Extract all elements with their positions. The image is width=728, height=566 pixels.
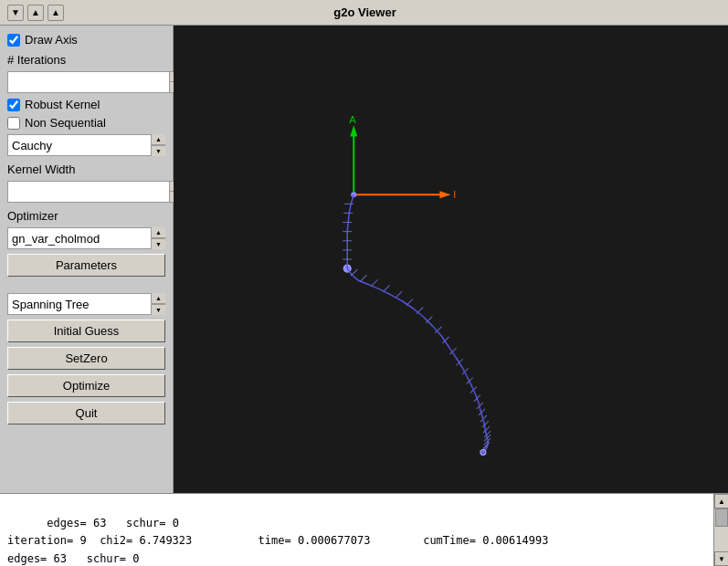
svg-point-51 <box>480 449 486 455</box>
draw-axis-row: Draw Axis <box>7 33 165 47</box>
optimize-button[interactable]: Optimize <box>7 374 165 397</box>
title-bar: ▼ ▲ ▲ g2o Viewer <box>0 0 728 26</box>
optimizer-up[interactable]: ▲ <box>152 227 165 238</box>
status-bar: edges= 63 schur= 0 iteration= 9 chi2= 6.… <box>0 493 728 566</box>
spanning-tree-up[interactable]: ▲ <box>152 293 165 304</box>
cauchy-up[interactable]: ▲ <box>152 134 165 145</box>
kernel-width-input[interactable]: 1.0 <box>7 181 169 203</box>
status-text: edges= 63 schur= 0 iteration= 9 chi2= 6.… <box>0 494 713 566</box>
robust-kernel-label: Robust Kernel <box>25 98 100 111</box>
draw-axis-label: Draw Axis <box>25 33 78 47</box>
title-btn-2[interactable]: ▲ <box>27 5 44 21</box>
svg-line-20 <box>406 299 413 306</box>
setzero-button[interactable]: SetZero <box>7 347 165 370</box>
svg-line-41 <box>352 275 357 280</box>
cauchy-arrows[interactable]: ▲ ▼ <box>151 134 165 156</box>
status-line1: edges= 63 schur= 0 <box>47 517 179 529</box>
title-bar-controls[interactable]: ▼ ▲ ▲ <box>7 5 64 21</box>
sidebar: Draw Axis # Iterations 10 ▲ ▼ Robust Ker… <box>0 26 174 493</box>
draw-axis-checkbox[interactable] <box>7 34 20 47</box>
robust-kernel-checkbox[interactable] <box>7 99 20 111</box>
trajectory <box>343 194 491 455</box>
optimizer-down[interactable]: ▼ <box>152 238 165 249</box>
spanning-tree-arrows[interactable]: ▲ ▼ <box>151 293 165 315</box>
iterations-input[interactable]: 10 <box>7 71 169 93</box>
iterations-label: # Iterations <box>7 53 165 67</box>
optimizer-label: Optimizer <box>7 209 165 223</box>
iterations-spinner[interactable]: 10 ▲ ▼ <box>7 71 165 93</box>
spanning-tree-select[interactable]: Spanning Tree <box>7 293 165 315</box>
non-sequential-row: Non Sequential <box>7 116 165 130</box>
svg-line-45 <box>432 326 441 336</box>
status-scrollbar[interactable]: ▲ ▼ <box>713 494 728 566</box>
canvas-area: A l <box>174 26 728 493</box>
cauchy-down[interactable]: ▼ <box>152 145 165 156</box>
kernel-width-spinner[interactable]: 1.0 ▲ ▼ <box>7 181 165 203</box>
scroll-track <box>714 508 728 551</box>
cauchy-select[interactable]: Cauchy Huber DCS Fair <box>7 134 165 156</box>
svg-marker-4 <box>439 191 450 198</box>
optimizer-select-wrapper[interactable]: gn_var_cholmod gn_var lm_var lm_var_chol… <box>7 227 165 249</box>
separator-1 <box>7 281 165 288</box>
optimizer-select[interactable]: gn_var_cholmod gn_var lm_var lm_var_chol… <box>7 227 165 249</box>
kernel-width-label: Kernel Width <box>7 162 165 176</box>
spanning-tree-down[interactable]: ▼ <box>152 304 165 315</box>
quit-button[interactable]: Quit <box>7 402 165 424</box>
scroll-thumb[interactable] <box>715 508 728 527</box>
initial-guess-button[interactable]: Initial Guess <box>7 320 165 342</box>
svg-line-42 <box>367 284 378 288</box>
non-sequential-checkbox[interactable] <box>7 117 20 130</box>
title-btn-3[interactable]: ▲ <box>47 5 64 21</box>
robust-kernel-row: Robust Kernel <box>7 98 165 111</box>
content-area: Draw Axis # Iterations 10 ▲ ▼ Robust Ker… <box>0 26 728 493</box>
spanning-tree-select-wrapper[interactable]: Spanning Tree ▲ ▼ <box>7 293 165 315</box>
scroll-down-button[interactable]: ▼ <box>714 551 728 566</box>
svg-line-19 <box>396 291 402 298</box>
cauchy-select-wrapper[interactable]: Cauchy Huber DCS Fair ▲ ▼ <box>7 134 165 156</box>
parameters-button[interactable]: Parameters <box>7 254 165 277</box>
optimizer-arrows[interactable]: ▲ ▼ <box>151 227 165 249</box>
svg-text:A: A <box>349 114 356 125</box>
svg-line-15 <box>351 269 357 276</box>
svg-marker-1 <box>350 125 357 136</box>
svg-line-43 <box>390 294 402 300</box>
visualization-canvas: A l <box>174 26 728 493</box>
title-btn-1[interactable]: ▼ <box>7 5 24 21</box>
svg-line-17 <box>371 279 377 286</box>
main-layout: Draw Axis # Iterations 10 ▲ ▼ Robust Ker… <box>0 26 728 566</box>
scroll-up-button[interactable]: ▲ <box>714 494 728 508</box>
status-line2: iteration= 9 chi2= 6.749323 time= 0.0006… <box>7 534 548 547</box>
non-sequential-label: Non Sequential <box>25 116 106 130</box>
status-line3: edges= 63 schur= 0 <box>7 552 140 565</box>
svg-line-18 <box>384 285 390 291</box>
svg-line-21 <box>417 308 423 314</box>
svg-line-16 <box>360 275 366 281</box>
svg-text:l: l <box>454 189 456 200</box>
window-title: g2o Viewer <box>333 5 396 19</box>
